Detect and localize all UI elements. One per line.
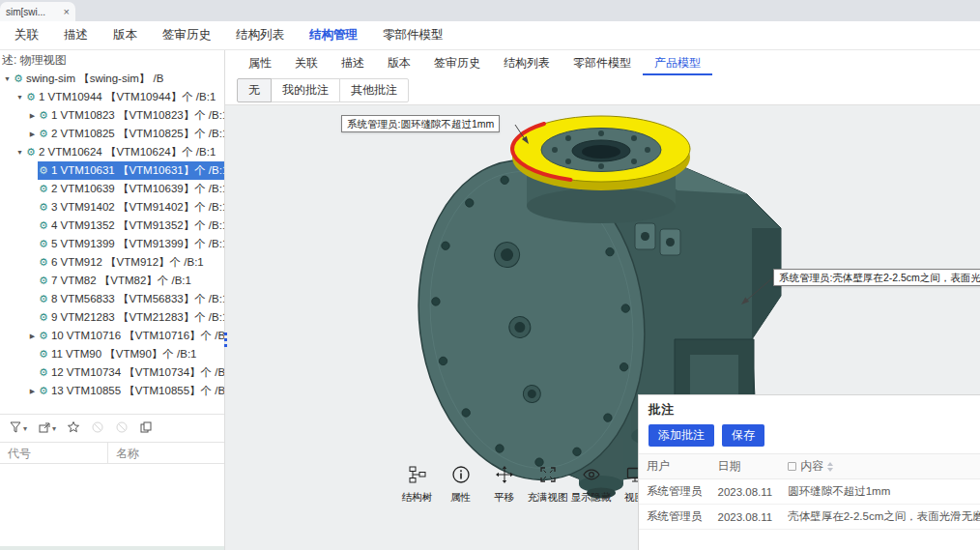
tab-product-model[interactable]: 产品模型: [643, 50, 712, 75]
tree-item[interactable]: ⚙12 VTM10734 【VTM10734】个 /B:1: [0, 363, 224, 382]
add-annotation-button[interactable]: 添加批注: [649, 424, 714, 447]
tab-relation[interactable]: 关联: [283, 50, 330, 75]
menu-structure-management[interactable]: 结构管理: [297, 27, 370, 43]
part-icon: ⚙: [39, 331, 48, 341]
tree-item[interactable]: ⚙7 VTM82 【VTM82】个 /B:1: [0, 272, 224, 290]
menu-part-model[interactable]: 零部件模型: [370, 27, 456, 43]
column-name: 名称: [108, 443, 139, 463]
tree-item-label: 9 VTM21283 【VTM21283】个 /B:1: [51, 310, 224, 325]
menu-sign-history[interactable]: 签审历史: [150, 27, 223, 43]
tree-item[interactable]: ⚙6 VTM912 【VTM912】个 /B:1: [0, 253, 224, 272]
viewer-tool-pan[interactable]: 平移: [482, 465, 526, 505]
tab-properties[interactable]: 属性: [237, 50, 283, 75]
tab-part-model[interactable]: 零部件模型: [562, 50, 643, 75]
fit-view-icon: [538, 465, 558, 488]
viewer-tool-show-hide[interactable]: 显示隐藏: [569, 465, 613, 505]
filter-none[interactable]: 无: [237, 78, 272, 102]
view-mode-label: 述: 物理视图: [0, 50, 224, 70]
viewer-tool-label: 充满视图: [528, 491, 568, 505]
tree-item[interactable]: ▶⚙1 VTM10823 【VTM10823】个 /B:1: [0, 106, 224, 125]
menu-structure-list[interactable]: 结构列表: [223, 27, 297, 43]
part-icon: ⚙: [39, 184, 48, 194]
tree-toolbar: ▾▾: [0, 414, 224, 443]
expand-icon[interactable]: ▶: [27, 112, 38, 120]
annotation-col-2: 内容: [780, 454, 980, 479]
collapse-icon[interactable]: ▼: [14, 94, 25, 101]
collapse-icon[interactable]: ▼: [2, 75, 13, 82]
part-icon: ⚙: [39, 239, 48, 249]
tab-version[interactable]: 版本: [376, 50, 422, 75]
expand-icon[interactable]: ▶: [27, 333, 38, 340]
tab-close-icon[interactable]: ×: [64, 6, 70, 17]
info-icon: [451, 465, 471, 488]
tree-item-label: 2 VTM10825 【VTM10825】个 /B:1: [51, 127, 224, 141]
viewer-tool-structure-tree[interactable]: 结构树: [395, 465, 439, 505]
filter-button[interactable]: ▾: [8, 420, 28, 438]
tab-sign-history[interactable]: 签审历史: [422, 50, 492, 75]
part-icon: ⚙: [39, 110, 48, 121]
top-menubar: 关联描述版本签审历史结构列表结构管理零部件模型: [0, 21, 980, 50]
tree-item[interactable]: ▼⚙1 VTM10944 【VTM10944】个 /B:1: [0, 88, 224, 106]
annotation-col-1: 日期: [710, 454, 781, 479]
main-panel: 属性关联描述版本签审历史结构列表零部件模型产品模型 无我的批注其他批注: [225, 50, 980, 550]
tree-item[interactable]: ⚙5 VTM91399 【VTM91399】个 /B:1: [0, 235, 224, 253]
tree-item[interactable]: ⚙2 VTM10639 【VTM10639】个 /B:1: [0, 180, 224, 198]
tree-item[interactable]: ▶⚙13 VTM10855 【VTM10855】个 /B:1: [0, 382, 224, 400]
export-icon: [38, 420, 51, 437]
annotation-content: 圆环缝隙不超过1mm: [780, 479, 980, 505]
annotation-row: 系统管理员2023.08.11壳体壁厚在2-2.5cm之间，表面光滑无磨痕回复: [639, 505, 980, 530]
tree-item[interactable]: ⚙3 VTM91402 【VTM91402】个 /B:1: [0, 198, 224, 217]
tree-item[interactable]: ⚙9 VTM21283 【VTM21283】个 /B:1: [0, 308, 224, 327]
tree-item[interactable]: ⚙11 VTM90 【VTM90】个 /B:1: [0, 345, 224, 363]
tree-item-label: 6 VTM912 【VTM912】个 /B:1: [51, 255, 204, 270]
tree-item[interactable]: ⚙4 VTM91352 【VTM91352】个 /B:1: [0, 217, 224, 235]
show-hide-icon: [582, 465, 601, 488]
expand-icon[interactable]: ▶: [27, 130, 38, 138]
sort-icons[interactable]: [827, 462, 833, 472]
expand-icon[interactable]: ▶: [27, 388, 38, 395]
tree-item[interactable]: ▼⚙2 VTM10624 【VTM10624】个 /B:1: [0, 143, 224, 161]
save-annotation-button[interactable]: 保存: [722, 424, 764, 447]
disabled-circle-button: [90, 420, 105, 438]
part-icon: ⚙: [39, 165, 48, 176]
structure-tree-icon: [408, 465, 427, 488]
part-icon: ⚙: [39, 294, 48, 304]
part-icon: ⚙: [39, 275, 48, 286]
tab-structure-list[interactable]: 结构列表: [492, 50, 562, 75]
tree-item[interactable]: ▶⚙10 VTM10716 【VTM10716】个 /B:1: [0, 327, 224, 345]
tree-item[interactable]: ⚙1 VTM10631 【VTM10631】个 /B:1: [0, 161, 224, 180]
tree-item[interactable]: ▶⚙2 VTM10825 【VTM10825】个 /B:1: [0, 125, 224, 143]
structure-tree[interactable]: ▼⚙swing-sim 【swing-sim】 /B▼⚙1 VTM10944 【…: [0, 70, 224, 400]
export-button[interactable]: ▾: [37, 420, 57, 438]
part-icon: ⚙: [39, 257, 48, 268]
3d-viewport[interactable]: 系统管理员:圆环缝隙不超过1mm 系统管理员:壳体壁厚在2-2.5cm之间，表面…: [225, 104, 980, 550]
tree-item-label: 1 VTM10631 【VTM10631】个 /B:1: [51, 163, 224, 178]
tree-table-header: 代号 名称: [0, 443, 224, 464]
part-icon: ⚙: [26, 92, 36, 102]
copy-button[interactable]: [138, 420, 154, 438]
filter-other-annotations[interactable]: 其他批注: [339, 78, 409, 102]
tab-description[interactable]: 描述: [330, 50, 376, 75]
browser-tab[interactable]: sim[swi... ×: [0, 2, 75, 21]
collapse-icon[interactable]: ▼: [14, 149, 25, 156]
part-icon: ⚙: [39, 386, 48, 396]
panel-resize-handle[interactable]: [222, 333, 228, 347]
star-button[interactable]: [66, 420, 81, 438]
menu-version[interactable]: 版本: [101, 27, 150, 43]
checkbox-icon: [788, 462, 796, 471]
tree-item[interactable]: ⚙8 VTM56833 【VTM56833】个 /B:1: [0, 290, 224, 308]
menu-description[interactable]: 描述: [51, 27, 101, 43]
viewer-tool-properties[interactable]: 属性: [439, 465, 482, 505]
tree-item[interactable]: ▼⚙swing-sim 【swing-sim】 /B: [0, 70, 224, 88]
viewer-tool-fit-view[interactable]: 充满视图: [526, 465, 569, 505]
part-icon: ⚙: [39, 349, 48, 360]
tree-item-label: 7 VTM82 【VTM82】个 /B:1: [51, 274, 191, 288]
menu-relation[interactable]: 关联: [2, 27, 51, 43]
filter-my-annotations[interactable]: 我的批注: [271, 78, 340, 102]
viewer-tool-label: 结构树: [402, 491, 433, 505]
annotation-user: 系统管理员: [639, 479, 710, 505]
tree-item-label: 1 VTM10944 【VTM10944】个 /B:1: [39, 90, 216, 104]
tree-item-label: 8 VTM56833 【VTM56833】个 /B:1: [51, 292, 224, 306]
filter-icon: [9, 420, 22, 437]
viewer-tool-label: 显示隐藏: [571, 491, 612, 505]
